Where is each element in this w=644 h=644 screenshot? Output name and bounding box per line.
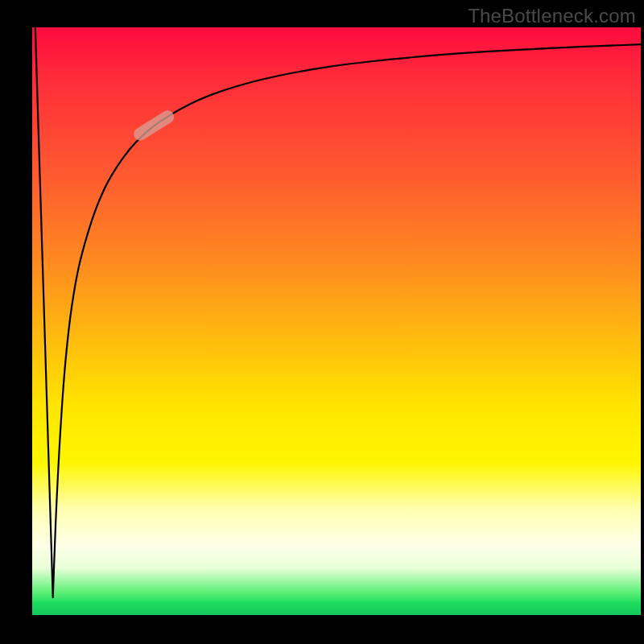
highlight-marker: [131, 108, 176, 142]
bottleneck-curve: [35, 27, 641, 597]
attribution-text: TheBottleneck.com: [468, 5, 636, 27]
curve-layer: [32, 27, 641, 615]
chart-frame: TheBottleneck.com: [0, 0, 644, 644]
bottleneck-plot: [32, 27, 641, 615]
